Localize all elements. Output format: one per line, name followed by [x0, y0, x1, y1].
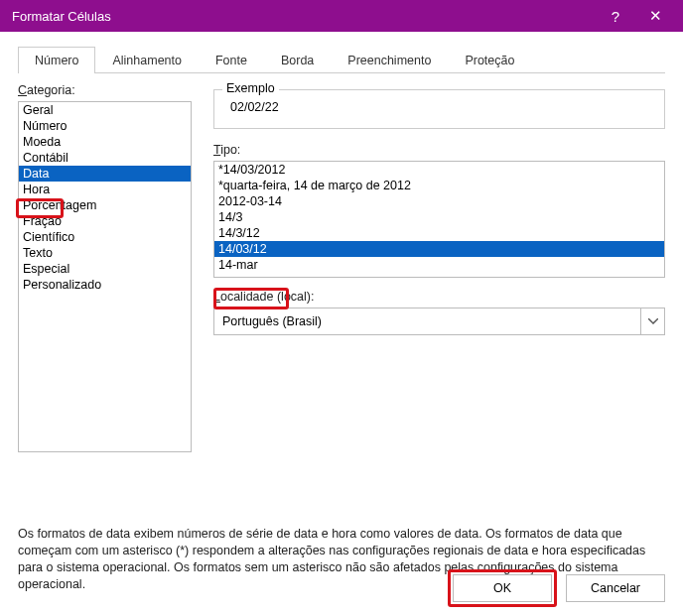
category-item[interactable]: Hora	[19, 182, 191, 197]
category-item[interactable]: Fração	[19, 213, 191, 229]
type-item[interactable]: 2012-03-14	[214, 193, 664, 209]
example-group: Exemplo 02/02/22	[213, 89, 665, 129]
tab-preenchimento[interactable]: Preenchimento	[331, 47, 448, 73]
right-column: Exemplo 02/02/22 Tipo: *14/03/2012*quart…	[213, 83, 665, 452]
locale-label: Localidade (local):	[213, 290, 665, 304]
category-item[interactable]: Texto	[19, 245, 191, 261]
tab-fonte[interactable]: Fonte	[199, 47, 264, 73]
tab-alinhamento[interactable]: Alinhamento	[95, 47, 199, 73]
type-item[interactable]: 14/3/12	[214, 225, 664, 241]
category-item[interactable]: Científico	[19, 229, 191, 245]
tab-borda[interactable]: Borda	[264, 47, 331, 73]
type-listbox[interactable]: *14/03/2012*quarta-feira, 14 de março de…	[213, 161, 665, 278]
tab-protecao[interactable]: Proteção	[448, 47, 531, 73]
window-title: Formatar Células	[12, 9, 596, 24]
category-item[interactable]: Especial	[19, 261, 191, 277]
category-column: Categoria: GeralNúmeroMoedaContábilDataH…	[18, 83, 192, 452]
category-item[interactable]: Moeda	[19, 134, 191, 150]
chevron-down-icon[interactable]	[640, 308, 664, 334]
main-row: Categoria: GeralNúmeroMoedaContábilDataH…	[18, 83, 665, 452]
dialog-body: Número Alinhamento Fonte Borda Preenchim…	[0, 32, 683, 616]
type-item[interactable]: *14/03/2012	[214, 162, 664, 178]
category-item[interactable]: Data	[19, 166, 191, 182]
category-label: Categoria:	[18, 83, 192, 97]
tabs: Número Alinhamento Fonte Borda Preenchim…	[18, 46, 665, 73]
locale-value: Português (Brasil)	[222, 314, 322, 328]
type-item[interactable]: 14/03/12	[214, 241, 664, 257]
category-listbox[interactable]: GeralNúmeroMoedaContábilDataHoraPorcenta…	[18, 101, 192, 452]
category-item[interactable]: Contábil	[19, 150, 191, 166]
button-row: OK Cancelar	[453, 574, 665, 602]
type-label: Tipo:	[213, 143, 665, 157]
example-value: 02/02/22	[224, 100, 654, 114]
example-legend: Exemplo	[222, 81, 279, 95]
category-item[interactable]: Número	[19, 118, 191, 134]
category-item[interactable]: Porcentagem	[19, 197, 191, 213]
cancel-button[interactable]: Cancelar	[566, 574, 665, 602]
close-icon[interactable]: ✕	[635, 7, 675, 25]
type-item[interactable]: *quarta-feira, 14 de março de 2012	[214, 178, 664, 193]
titlebar: Formatar Células ? ✕	[0, 0, 683, 32]
locale-select[interactable]: Português (Brasil)	[213, 308, 665, 335]
type-item[interactable]: 14/3	[214, 209, 664, 225]
category-item[interactable]: Personalizado	[19, 277, 191, 293]
help-icon[interactable]: ?	[596, 8, 635, 25]
category-item[interactable]: Geral	[19, 102, 191, 118]
type-item[interactable]: 14-mar	[214, 257, 664, 273]
tab-numero[interactable]: Número	[18, 47, 95, 73]
ok-button[interactable]: OK	[453, 574, 552, 602]
